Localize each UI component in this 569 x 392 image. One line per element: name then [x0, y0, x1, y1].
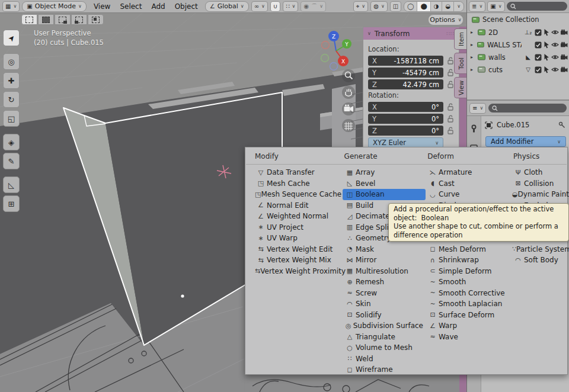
eye-icon[interactable]	[551, 66, 559, 73]
tool-button[interactable]: ✚	[3, 72, 20, 89]
unlock-icon[interactable]	[447, 127, 454, 134]
xray-toggle[interactable]: ◫	[390, 1, 401, 12]
menu-item[interactable]: ◻ Mesh Deform	[426, 244, 511, 255]
menu-item[interactable]: Ψ Cloth	[511, 167, 565, 178]
menu-item[interactable]: ∗ UV Warp	[254, 233, 343, 244]
menu-item[interactable]: ○ Volume to Mesh	[343, 342, 426, 354]
tool-button[interactable]: ◺	[3, 176, 20, 193]
checkbox-icon[interactable]	[535, 29, 542, 36]
selectable-icon[interactable]	[543, 66, 550, 73]
outliner-filter-button[interactable]: ▣∨	[487, 1, 504, 12]
expand-caret-icon[interactable]: ▸	[471, 42, 475, 47]
add-modifier-dropdown[interactable]: Add Modifier ∨	[485, 136, 566, 147]
unlock-icon[interactable]	[447, 57, 454, 65]
number-field[interactable]: X 0°	[368, 102, 443, 112]
menu-item[interactable]: ◫ Boolean	[343, 189, 426, 200]
camera-visibility-icon[interactable]	[560, 29, 568, 36]
menu-item[interactable]: ◳ Mesh Sequence Cache	[254, 189, 343, 200]
menu-item[interactable]: ⇆ Vertex Weight Proximity	[254, 266, 343, 277]
outliner-row[interactable]: ▸ cuts ▽	[467, 63, 569, 76]
menu-item[interactable]: ∵ Particle System	[511, 244, 565, 255]
overlays-button[interactable]: ◍ ∨	[370, 1, 388, 12]
navigation-gizmo[interactable]: Z Y X	[316, 28, 354, 71]
expand-caret-icon[interactable]: ▸	[471, 54, 476, 60]
number-field[interactable]: X -1587118 cm	[368, 56, 443, 66]
menu-item[interactable]: ≈ Wave	[426, 332, 511, 343]
checkbox-icon[interactable]	[535, 66, 542, 73]
menu-item[interactable]: ⊡ Surface Deform	[426, 310, 511, 321]
outliner-search-input[interactable]	[507, 2, 567, 11]
sidebar-tab[interactable]: View	[454, 77, 467, 98]
menu-item[interactable]: Add	[146, 2, 170, 11]
tool-button[interactable]: ↻	[3, 91, 20, 108]
unlock-icon[interactable]	[447, 115, 454, 123]
tool-button[interactable]: ✎	[3, 153, 20, 169]
menu-item[interactable]: Select	[115, 2, 146, 11]
number-field[interactable]: Z 42.479 cm	[368, 79, 443, 89]
outliner-row[interactable]: ▸ 2D ⊥₂	[467, 26, 569, 38]
menu-item[interactable]: ◖ Cast	[426, 178, 511, 189]
menu-item[interactable]: Object	[170, 2, 203, 11]
eye-icon[interactable]	[551, 54, 559, 60]
pivot-point-button[interactable]: ∞ ∨	[251, 1, 268, 12]
select-intersect-button[interactable]	[88, 14, 104, 25]
pin-icon[interactable]	[558, 121, 565, 128]
menu-item[interactable]: ~ Smooth Laplacian	[426, 298, 511, 310]
shading-rendered-button[interactable]: ◒	[442, 2, 454, 11]
tool-button[interactable]: ➤	[3, 30, 20, 46]
menu-item[interactable]: ◡ Curve	[426, 189, 511, 200]
number-field[interactable]: Z 0°	[368, 126, 443, 136]
menu-item[interactable]: ∠ Warp	[426, 320, 511, 332]
selectable-icon[interactable]	[543, 28, 550, 36]
menu-item[interactable]: ▦ Multiresolution	[343, 266, 426, 277]
menu-item[interactable]: ∩ Shrinkwrap	[426, 255, 511, 266]
sidebar-tab[interactable]: Item	[454, 28, 467, 50]
menu-item[interactable]: ~ Smooth Corrective	[426, 288, 511, 299]
transform-panel-header[interactable]: ∨ Transform ∷∷	[363, 27, 459, 40]
outliner-row[interactable]: ▸ walls ◣	[467, 51, 569, 63]
menu-item[interactable]: ◳ Mesh Cache	[254, 178, 343, 189]
pan-button[interactable]	[342, 86, 355, 99]
drag-grip-icon[interactable]: ∷∷	[447, 31, 455, 37]
shading-wireframe-button[interactable]: ◯	[404, 2, 417, 11]
menu-item[interactable]: ◠ Soft Body	[511, 255, 565, 266]
outliner-root-row[interactable]: Scene Collection	[467, 13, 569, 26]
camera-visibility-icon[interactable]	[560, 41, 568, 48]
options-button[interactable]: Options ∨	[428, 14, 463, 25]
menu-item[interactable]: ≈ Screw	[343, 288, 426, 299]
menu-item[interactable]: ◠ Skin	[343, 298, 426, 310]
camera-visibility-icon[interactable]	[560, 66, 568, 73]
snap-toggle[interactable]: ∪	[270, 1, 280, 12]
expand-caret-icon[interactable]: ▸	[471, 30, 476, 35]
menu-item[interactable]: ⊠ Collision	[511, 178, 565, 189]
menu-item[interactable]: ∷ Weld	[343, 354, 426, 365]
zoom-button[interactable]	[342, 69, 355, 82]
outliner-display-mode-button[interactable]: ≣∨	[469, 1, 485, 12]
tool-button[interactable]: ◈	[3, 134, 20, 150]
menu-item[interactable]: ▽ Data Transfer	[254, 167, 343, 178]
menu-item[interactable]: ◻ Wireframe	[343, 364, 426, 375]
menu-item[interactable]: ⋋ Armature	[426, 167, 511, 178]
tool-button[interactable]: ◱	[3, 110, 20, 127]
shading-material-button[interactable]: ◑	[431, 2, 443, 11]
expand-caret-icon[interactable]: ▸	[471, 67, 476, 72]
menu-item[interactable]: ◎ Subdivision Surface	[343, 320, 426, 332]
orthographic-toggle-button[interactable]	[342, 119, 355, 132]
menu-item[interactable]: ⇆ Vertex Weight Edit	[254, 244, 343, 255]
menu-item[interactable]: ⋈ Mirror	[343, 255, 426, 266]
mode-select[interactable]: ▣ Object Mode ∨	[22, 1, 87, 12]
select-invert-button[interactable]	[71, 14, 87, 25]
shading-solid-button[interactable]: ⬤	[417, 2, 430, 11]
proportional-edit-button[interactable]: ◉ ⌒ ∨	[301, 1, 326, 12]
sidebar-tab[interactable]: Tool	[454, 53, 467, 74]
menu-item[interactable]: △ Triangulate	[343, 332, 426, 343]
menu-item[interactable]: ⇆ Vertex Weight Mix	[254, 255, 343, 266]
gizmo-visibility-button[interactable]: ⌖ ∨	[353, 1, 369, 12]
unlock-icon[interactable]	[447, 81, 454, 88]
outliner-row[interactable]: ▸ WALLS STA	[467, 38, 569, 51]
menu-item[interactable]: ⊕ Remesh	[343, 277, 426, 288]
menu-item[interactable]: ◔ Mask	[343, 244, 426, 255]
menu-item[interactable]: View	[89, 2, 115, 11]
selectable-icon[interactable]	[543, 41, 550, 49]
properties-filter-button[interactable]: ≡∨	[469, 103, 486, 114]
